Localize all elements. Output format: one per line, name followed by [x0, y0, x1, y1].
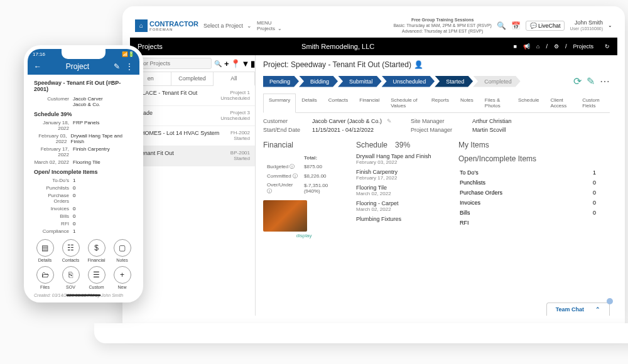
- home-icon[interactable]: ⌂: [536, 43, 539, 50]
- sched-date: March 02, 2022: [356, 191, 447, 196]
- new-button[interactable]: +New: [111, 266, 133, 289]
- budgeted-value: $875.00: [301, 163, 344, 171]
- add-icon[interactable]: +: [224, 59, 229, 68]
- livechat-label: LiveChat: [538, 23, 561, 29]
- stage-started[interactable]: Started: [435, 76, 473, 87]
- sov-button[interactable]: ⎘SOV: [60, 266, 82, 289]
- ph-open-title: Open/ Incomplete Items: [34, 169, 133, 175]
- sched-date: March 02, 2022: [356, 206, 447, 212]
- project-detail-pane: Project: Speedway - Tenant Fit Out (Star…: [256, 55, 617, 316]
- dot-icon: [607, 298, 613, 304]
- laptop-base: [94, 323, 628, 343]
- committed-label: Committed: [267, 173, 291, 179]
- video-icon[interactable]: ■: [514, 43, 517, 50]
- more-icon[interactable]: ⋯: [600, 75, 610, 87]
- chevron-down-icon[interactable]: ⌄: [608, 23, 612, 28]
- livechat-button[interactable]: 💬LiveChat: [526, 21, 565, 31]
- subtab-notes[interactable]: Notes: [455, 94, 479, 112]
- breadcrumb[interactable]: Projects: [573, 43, 593, 50]
- subtab-contacts[interactable]: Contacts: [323, 94, 354, 112]
- stage-bidding[interactable]: Bidding: [299, 76, 338, 87]
- sub-tabs: Summary Details Contacts Financial Sched…: [263, 94, 610, 113]
- subtab-sov[interactable]: Schedule of Values: [385, 94, 426, 112]
- team-chat-button[interactable]: Team Chat ⌃: [546, 302, 610, 316]
- project-list: PALACE - Tenant Fit Outial Project 1Unsc…: [130, 86, 255, 316]
- user-menu[interactable]: John Smith User (10316086): [570, 19, 603, 31]
- user-id: User (10316086): [570, 26, 603, 31]
- refresh-icon[interactable]: ⟳: [573, 75, 582, 87]
- item-label: Bills: [460, 208, 568, 217]
- list-item[interactable]: - Tenant Fit Outial BP-2001Started: [130, 146, 255, 166]
- search-input[interactable]: [133, 58, 212, 69]
- list-item[interactable]: PALACE - Tenant Fit Outial Project 1Unsc…: [130, 86, 255, 106]
- subtab-financial[interactable]: Financial: [354, 94, 385, 112]
- item-label: To Do's: [460, 168, 568, 177]
- edit-icon[interactable]: ✎: [114, 62, 120, 71]
- more-icon[interactable]: ⋮: [126, 62, 133, 71]
- open-items-title: Open/Incomplete Items: [458, 154, 610, 163]
- sched-name: Drywall Hang Tape and Finish: [356, 153, 447, 159]
- columns-icon[interactable]: ▮: [251, 59, 255, 68]
- phone-header: ← Project ✎ ⋮: [28, 58, 139, 75]
- custom-button[interactable]: ☰Custom: [85, 266, 107, 289]
- pin-icon[interactable]: 📍: [230, 59, 241, 68]
- search-icon[interactable]: 🔍: [497, 21, 506, 30]
- calendar-icon[interactable]: 📅: [511, 21, 521, 30]
- tab-completed[interactable]: Completed: [171, 72, 213, 85]
- training-title: Free Group Training Sessions: [393, 17, 492, 23]
- menu-dropdown[interactable]: MENU Projects⌄: [257, 20, 282, 31]
- schedule-pct: 39%: [395, 141, 410, 149]
- page-title: Projects: [138, 43, 163, 50]
- stage-submittal[interactable]: Submittal: [338, 76, 382, 87]
- stage-pending[interactable]: Pending: [263, 76, 299, 87]
- contacts-button[interactable]: ☷Contacts: [60, 239, 82, 262]
- edit-icon[interactable]: ✎: [387, 118, 392, 124]
- ph-customer-label: Customer: [34, 96, 73, 107]
- sitemgr-value: Arthur Christian: [472, 118, 512, 124]
- back-icon[interactable]: ←: [34, 62, 41, 71]
- edit-icon[interactable]: ✎: [587, 75, 595, 87]
- financial-title: Financial: [263, 141, 345, 149]
- subtab-summary[interactable]: Summary: [263, 94, 296, 113]
- stage-completed[interactable]: Completed: [473, 76, 521, 87]
- chevron-down-icon: ⌄: [278, 26, 282, 31]
- chevron-up-icon: ⌃: [595, 306, 600, 313]
- filter-icon[interactable]: ▼: [242, 59, 250, 68]
- subtab-details[interactable]: Details: [296, 94, 322, 112]
- subtab-client[interactable]: Client Access: [544, 94, 577, 112]
- subtab-schedule[interactable]: Schedule: [512, 94, 544, 112]
- details-button[interactable]: ▤Details: [34, 239, 56, 262]
- subtab-files[interactable]: Files & Photos: [479, 94, 512, 112]
- over-label: Over/Under: [267, 182, 293, 188]
- subtab-custom[interactable]: Custom Fields: [577, 94, 610, 112]
- list-item[interactable]: D HOMES - Lot 14 HVAC Systemial FH-2002S…: [130, 126, 255, 146]
- files-button[interactable]: 🗁Files: [34, 266, 56, 289]
- item-value: 0: [569, 178, 609, 187]
- sched-name: Finish Carpentry: [356, 169, 447, 175]
- select-project-dropdown[interactable]: Select a Project ⌄: [203, 23, 252, 29]
- refresh-icon[interactable]: ↻: [605, 43, 610, 50]
- stage-unscheduled[interactable]: Unscheduled: [382, 76, 435, 87]
- financial-button[interactable]: $Financial: [85, 239, 107, 262]
- subtab-reports[interactable]: Reports: [426, 94, 455, 112]
- stage-bar: Pending Bidding Submittal Unscheduled St…: [263, 75, 610, 87]
- item-value: 1: [569, 168, 609, 177]
- phone-title: Project: [66, 62, 89, 71]
- training-info: Free Group Training Sessions Basic: Thur…: [393, 17, 492, 34]
- image-thumbnail[interactable]: [263, 200, 307, 232]
- brand-logo[interactable]: ⌂ CONTRACTOR FOREMAN: [135, 19, 198, 32]
- tab-all[interactable]: All: [214, 72, 255, 86]
- search-icon[interactable]: 🔍: [214, 60, 222, 67]
- ph-schedule-title: Schedule 39%: [34, 111, 133, 117]
- sched-date: February 03, 2022: [356, 159, 447, 165]
- person-icon[interactable]: 👤: [414, 60, 423, 69]
- announce-icon[interactable]: 📢: [523, 43, 530, 50]
- gear-icon[interactable]: ⚙: [554, 43, 559, 50]
- home-indicator[interactable]: [67, 294, 101, 296]
- chat-label: Team Chat: [556, 306, 584, 313]
- notes-button[interactable]: ▢Notes: [111, 239, 133, 262]
- phone-time: 17:16: [33, 51, 45, 57]
- list-item[interactable]: pgradeial Project 3Unscheduled: [130, 106, 255, 126]
- display-link[interactable]: display: [263, 233, 345, 238]
- item-label: RFI: [460, 218, 568, 227]
